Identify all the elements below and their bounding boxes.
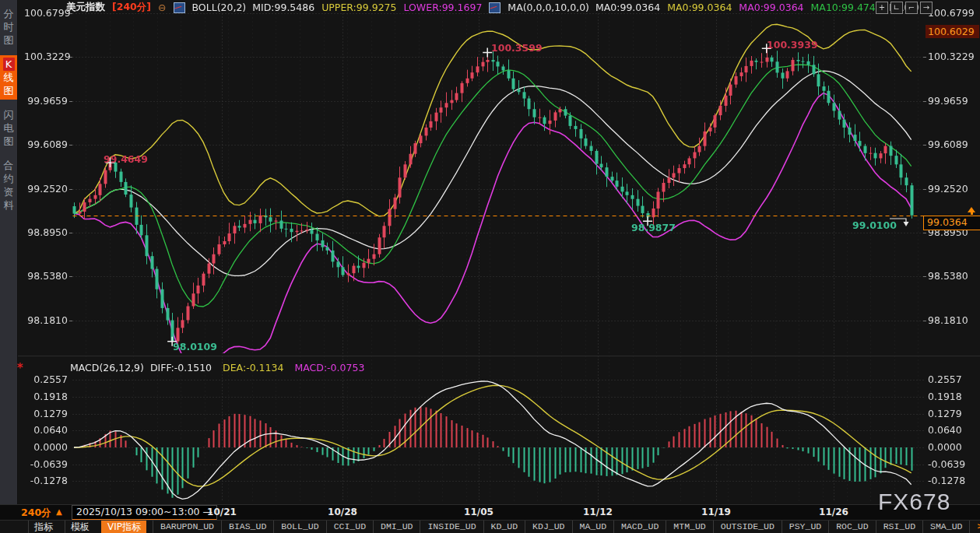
toolbar-tab-boll-ud[interactable]: BOLL_UD xyxy=(274,521,326,533)
collapse-icon[interactable]: ⊖ xyxy=(158,2,166,13)
toolbar-more-button[interactable]: >> xyxy=(970,521,980,533)
price-tick-label: 98.5380 xyxy=(24,270,68,282)
macd-tick-label: -0.0639 xyxy=(24,458,68,470)
toolbar-tab-kd-ud[interactable]: KD_UD xyxy=(484,521,526,533)
price-annotation: 98.0109 xyxy=(173,341,217,352)
sidebar-tab-4[interactable]: 合约资料 xyxy=(0,156,17,214)
sidebar-tab-char: 线 xyxy=(4,71,14,84)
ma-indicator-icon[interactable] xyxy=(489,2,501,13)
app-window: 分时图K线图闪电图合约资料 美元指数 [240分] ⊖ BOLL(20,2) M… xyxy=(0,0,980,533)
price-tick-label: 99.9659 xyxy=(24,95,68,107)
toolbar-tab-指标[interactable]: 指标 xyxy=(28,521,58,533)
pan-icon[interactable]: + xyxy=(876,2,888,14)
macd-tick-label: 0.0000 xyxy=(928,441,971,453)
price-tick-label: 99.6089 xyxy=(928,139,971,150)
sidebar-tab-char: K xyxy=(3,58,15,71)
price-tick-label: 98.1810 xyxy=(24,314,68,326)
chart-header: 美元指数 [240分] ⊖ BOLL(20,2) MID:99.5486 UPP… xyxy=(66,1,919,14)
sidebar-tab-char: 约 xyxy=(4,172,14,185)
price-tick-label: 99.6089 xyxy=(24,139,68,150)
x-axis-tick: 11/19 xyxy=(701,507,731,517)
macd-params-label: MACD(26,12,9) DIFF:-0.1510 xyxy=(70,362,212,373)
price-tick-label: 100.3229 xyxy=(928,51,971,62)
macd-macd-label: MACD:-0.0753 xyxy=(294,362,364,373)
sidebar-tab-char: 电 xyxy=(4,121,14,135)
boll-upper-label: UPPER:99.9275 xyxy=(321,2,396,13)
price-up-arrow-icon xyxy=(968,207,975,212)
window-tool-icons: +∟⌐→ xyxy=(876,2,933,14)
x-axis-tick: 11/12 xyxy=(583,507,613,517)
ma10-label: MA10:99.4749 xyxy=(811,2,882,13)
sidebar-tab-1[interactable]: 分时图 xyxy=(0,5,17,49)
x-axis-tick: 11/05 xyxy=(464,507,494,517)
price-annotation: 99.4649 xyxy=(104,153,148,165)
price-tick-label: 98.8950 xyxy=(24,226,68,238)
axis-left-icon[interactable]: ∟ xyxy=(890,2,903,14)
sidebar-tab-char: 时 xyxy=(4,20,14,33)
macd-tick-label: 0.0640 xyxy=(928,424,971,436)
timeframe-label[interactable]: 240分 xyxy=(21,507,51,520)
toolbar-tab-roc-ud[interactable]: ROC_UD xyxy=(829,521,876,533)
price-tick-label: 99.2520 xyxy=(928,183,971,195)
price-tick-label: 99.2520 xyxy=(24,183,68,195)
price-annotation: 98.9877 xyxy=(631,222,676,233)
toolbar-tab-dmi-ud[interactable]: DMI_UD xyxy=(374,521,420,533)
sidebar-tab-2[interactable]: K线图 xyxy=(0,55,17,100)
price-tick-label: 100.6799 xyxy=(928,7,971,19)
sidebar-tab-char: 合 xyxy=(4,159,14,172)
toolbar-tab-macd-ud[interactable]: MACD_UD xyxy=(614,521,666,533)
toolbar-tab-vip指标[interactable]: VIP指标 xyxy=(101,521,146,533)
chart-canvas[interactable] xyxy=(0,0,980,533)
price-tick-label: 98.1810 xyxy=(928,314,971,326)
price-annotation: 100.3599 xyxy=(491,42,543,54)
x-axis-row: 240分 ▲ 2025/10/13 09:00~13:00 — 10/2110/… xyxy=(0,504,980,521)
toolbar-tab-psy-ud[interactable]: PSY_UD xyxy=(782,521,829,533)
toolbar-tab-ma-ud[interactable]: MA_UD xyxy=(573,521,615,533)
sidebar-tab-char: 料 xyxy=(4,198,14,212)
x-axis-tick: 10/28 xyxy=(328,507,357,517)
current-price-badge: 99.0364 xyxy=(923,216,980,230)
price-tick-label: 99.9659 xyxy=(928,95,971,107)
macd-header: MACD(26,12,9) DIFF:-0.1510 DEA:-0.1134 M… xyxy=(70,362,364,373)
indicator-star-icon[interactable]: * xyxy=(17,361,23,375)
macd-tick-label: 0.1279 xyxy=(928,408,971,419)
ma0-magenta-label: MA0:99.0364 xyxy=(739,2,803,13)
macd-tick-label: -0.1278 xyxy=(928,475,971,486)
session-high-badge: 100.6029 xyxy=(926,25,979,38)
boll-indicator-icon[interactable] xyxy=(174,2,185,13)
date-range-box[interactable]: 2025/10/13 09:00~13:00 — xyxy=(72,505,217,521)
price-annotation: 99.0100 xyxy=(852,219,897,231)
macd-tick-label: -0.1278 xyxy=(24,475,68,486)
sidebar-tab-char: 图 xyxy=(4,33,14,47)
toolbar-tab-kdj-ud[interactable]: KDJ_UD xyxy=(525,521,572,533)
boll-lower-label: LOWER:99.1697 xyxy=(404,2,483,13)
toolbar-tab-mtm-ud[interactable]: MTM_UD xyxy=(666,521,713,533)
instrument-title: 美元指数 xyxy=(66,1,105,14)
sidebar-tab-3[interactable]: 闪电图 xyxy=(0,106,17,150)
sidebar-tab-char: 图 xyxy=(4,84,14,97)
macd-tick-label: 0.1918 xyxy=(928,391,971,402)
sidebar: 分时图K线图闪电图合约资料 xyxy=(0,0,18,533)
toolbar-tab-sma-ud[interactable]: SMA_UD xyxy=(923,521,970,533)
detach-icon[interactable]: → xyxy=(920,2,933,14)
sidebar-tab-char: 资 xyxy=(4,185,14,198)
macd-tick-label: 0.1918 xyxy=(24,391,68,402)
macd-tick-label: -0.0639 xyxy=(928,458,971,470)
toolbar-tab-模板[interactable]: 模板 xyxy=(65,521,95,533)
price-tick-label: 100.3229 xyxy=(24,51,68,62)
toolbar-tab-bias-ud[interactable]: BIAS_UD xyxy=(222,521,274,533)
ma0-yellow-label: MA0:99.0364 xyxy=(667,2,732,13)
sidebar-tab-char: 分 xyxy=(4,7,14,20)
axis-right-icon[interactable]: ⌐ xyxy=(905,2,918,14)
ma-params-label: MA(0,0,0,10,0,0) MA0:99.0364 xyxy=(508,2,660,13)
period-badge[interactable]: [240分] xyxy=(112,1,151,14)
timeframe-arrow-icon[interactable]: ▲ xyxy=(56,507,62,516)
macd-tick-label: 0.1279 xyxy=(24,408,68,419)
toolbar-tab-rsi-ud[interactable]: RSI_UD xyxy=(876,521,923,533)
macd-tick-label: 0.2557 xyxy=(928,373,971,385)
toolbar-tab-inside-ud[interactable]: INSIDE_UD xyxy=(420,521,483,533)
toolbar-tab-cci-ud[interactable]: CCI_UD xyxy=(327,521,374,533)
toolbar-tab-barupdn-ud[interactable]: BARUPDN_UD xyxy=(153,521,222,533)
sidebar-tab-char: 闪 xyxy=(4,108,14,121)
toolbar-tab-outside-ud[interactable]: OUTSIDE_UD xyxy=(714,521,782,533)
